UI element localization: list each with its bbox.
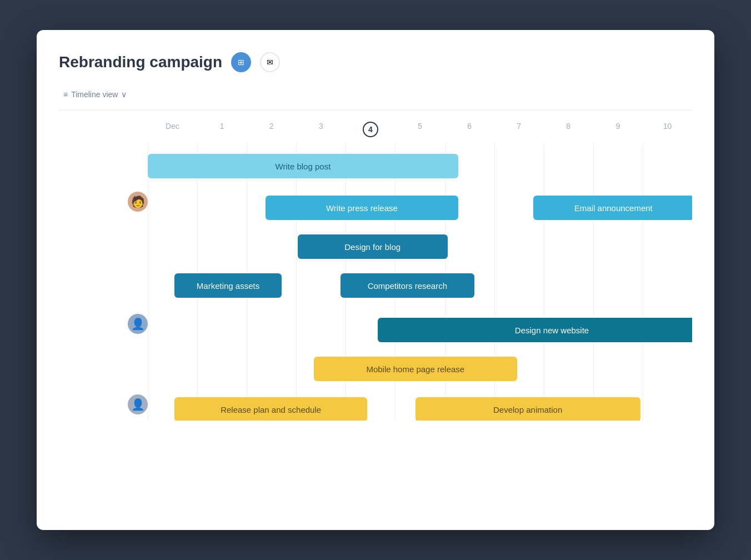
develop-animation-bar[interactable]: Develop animation <box>415 397 640 421</box>
timeline-wrapper: Dec 1 2 3 4 5 6 7 8 <box>59 122 692 421</box>
timeline-col-5: 5 <box>395 122 444 137</box>
email-announcement-bar[interactable]: Email announcement <box>533 196 692 220</box>
email-announcement-label: Email announcement <box>574 203 653 213</box>
timeline-icon: ≡ <box>63 90 68 99</box>
page-title: Rebranding campaign <box>59 53 222 71</box>
design-for-blog-bar[interactable]: Design for blog <box>298 234 448 259</box>
develop-animation-label: Develop animation <box>493 405 562 414</box>
design-new-website-label: Design new website <box>515 326 589 335</box>
mobile-home-page-release-bar[interactable]: Mobile home page release <box>314 357 517 381</box>
timeline-view-label: Timeline view <box>71 90 118 99</box>
avatar-male2-row: 👤 <box>128 394 148 414</box>
avatar-female: 🧑 <box>128 192 148 212</box>
avatar-male: 👤 <box>128 314 148 334</box>
avatar-female-row: 🧑 <box>128 192 148 212</box>
marketing-assets-bar[interactable]: Marketing assets <box>174 273 282 298</box>
toolbar: ≡ Timeline view ∨ <box>59 88 692 111</box>
write-blog-post-label: Write blog post <box>276 162 331 171</box>
avatar-male2: 👤 <box>128 394 148 414</box>
timeline-header: Dec 1 2 3 4 5 6 7 8 <box>59 122 692 143</box>
timeline-row-spacer <box>59 122 148 137</box>
mail-icon: ✉ <box>267 58 273 67</box>
timeline-col-8: 8 <box>544 122 593 137</box>
chevron-down-icon: ∨ <box>121 90 127 99</box>
timeline-col-3: 3 <box>296 122 346 137</box>
timeline-col-dec: Dec <box>148 122 197 137</box>
release-plan-label: Release plan and schedule <box>221 405 321 414</box>
mail-view-button[interactable]: ✉ <box>260 52 280 72</box>
timeline-col-9: 9 <box>593 122 643 137</box>
release-plan-bar[interactable]: Release plan and schedule <box>174 397 367 421</box>
timeline-view-button[interactable]: ≡ Timeline view ∨ <box>59 88 131 101</box>
timeline-col-6: 6 <box>445 122 494 137</box>
design-for-blog-label: Design for blog <box>344 242 400 252</box>
mobile-home-page-release-label: Mobile home page release <box>366 364 464 374</box>
competitors-research-label: Competitors research <box>368 281 447 291</box>
write-blog-post-bar[interactable]: Write blog post <box>148 154 458 178</box>
timeline-col-1: 1 <box>197 122 247 137</box>
competitors-research-bar[interactable]: Competitors research <box>341 273 474 298</box>
timeline-col-4-today: 4 <box>346 122 395 137</box>
today-indicator: 4 <box>363 122 378 137</box>
write-press-release-bar[interactable]: Write press release <box>266 196 458 220</box>
grid-icon: ⊞ <box>238 58 244 67</box>
grid-view-button[interactable]: ⊞ <box>231 52 251 72</box>
avatar-male-row: 👤 <box>128 314 148 334</box>
gantt-body: Write blog post 🧑 Write press release Em… <box>59 143 692 421</box>
timeline-col-10: 10 <box>643 122 692 137</box>
grid-col-8 <box>544 143 593 421</box>
timeline-col-2: 2 <box>247 122 296 137</box>
app-window: Rebranding campaign ⊞ ✉ ≡ Timeline view … <box>37 30 714 530</box>
grid-col-9 <box>593 143 643 421</box>
design-new-website-bar[interactable]: Design new website <box>378 318 692 342</box>
write-press-release-label: Write press release <box>326 203 398 213</box>
marketing-assets-label: Marketing assets <box>197 281 259 291</box>
grid-col-10 <box>643 143 692 421</box>
timeline-col-7: 7 <box>494 122 544 137</box>
page-header: Rebranding campaign ⊞ ✉ <box>59 52 692 72</box>
